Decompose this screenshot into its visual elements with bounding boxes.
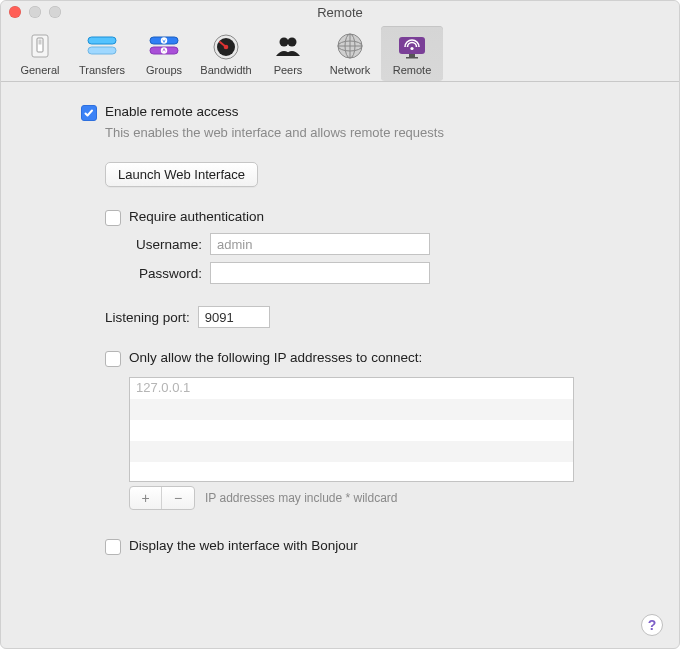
- password-field[interactable]: [210, 262, 430, 284]
- remove-ip-button[interactable]: −: [162, 487, 194, 509]
- launch-web-interface-button[interactable]: Launch Web Interface: [105, 162, 258, 187]
- ip-entry-empty: [130, 441, 573, 462]
- help-button[interactable]: ?: [641, 614, 663, 636]
- listening-port-label: Listening port:: [105, 310, 198, 325]
- preferences-toolbar: General Transfers Groups Bandwidth Peers: [1, 23, 679, 82]
- svg-point-13: [280, 38, 289, 47]
- tab-peers[interactable]: Peers: [257, 26, 319, 81]
- close-window-button[interactable]: [9, 6, 21, 18]
- svg-rect-22: [406, 57, 418, 59]
- svg-rect-3: [88, 37, 116, 44]
- ip-entry[interactable]: 127.0.0.1: [130, 378, 573, 399]
- ip-whitelist-list[interactable]: 127.0.0.1: [129, 377, 574, 482]
- enable-remote-checkbox[interactable]: [81, 105, 97, 121]
- enable-remote-label: Enable remote access: [105, 104, 239, 119]
- svg-rect-2: [39, 40, 42, 45]
- network-icon: [334, 30, 366, 62]
- remote-icon: [396, 30, 428, 62]
- zoom-window-button[interactable]: [49, 6, 61, 18]
- svg-rect-4: [88, 47, 116, 54]
- add-ip-button[interactable]: +: [130, 487, 162, 509]
- tab-label: Peers: [274, 64, 303, 76]
- tab-label: Transfers: [79, 64, 125, 76]
- username-label: Username:: [105, 237, 210, 252]
- ip-whitelist-checkbox[interactable]: [105, 351, 121, 367]
- general-icon: [24, 30, 56, 62]
- username-field[interactable]: [210, 233, 430, 255]
- help-icon: ?: [648, 617, 657, 633]
- bonjour-checkbox[interactable]: [105, 539, 121, 555]
- tab-label: General: [20, 64, 59, 76]
- preferences-window: Remote General Transfers Groups Bandwidt…: [0, 0, 680, 649]
- svg-point-14: [288, 38, 297, 47]
- window-controls: [9, 6, 61, 18]
- svg-rect-21: [409, 54, 415, 57]
- remote-pane: Enable remote access This enables the we…: [1, 82, 679, 648]
- ip-add-remove-control: + −: [129, 486, 195, 510]
- titlebar: Remote: [1, 1, 679, 23]
- tab-label: Groups: [146, 64, 182, 76]
- enable-remote-hint: This enables the web interface and allow…: [105, 125, 659, 140]
- password-label: Password:: [105, 266, 210, 281]
- tab-network[interactable]: Network: [319, 26, 381, 81]
- peers-icon: [272, 30, 304, 62]
- ip-entry-empty: [130, 462, 573, 482]
- bandwidth-icon: [210, 30, 242, 62]
- ip-entry-empty: [130, 399, 573, 420]
- tab-remote[interactable]: Remote: [381, 26, 443, 81]
- tab-groups[interactable]: Groups: [133, 26, 195, 81]
- ip-whitelist-label: Only allow the following IP addresses to…: [129, 350, 422, 365]
- tab-label: Bandwidth: [200, 64, 251, 76]
- bonjour-label: Display the web interface with Bonjour: [129, 538, 358, 553]
- tab-label: Remote: [393, 64, 432, 76]
- svg-point-23: [410, 47, 413, 50]
- tab-transfers[interactable]: Transfers: [71, 26, 133, 81]
- transfers-icon: [86, 30, 118, 62]
- tab-label: Network: [330, 64, 370, 76]
- groups-icon: [148, 30, 180, 62]
- listening-port-field[interactable]: [198, 306, 270, 328]
- tab-general[interactable]: General: [9, 26, 71, 81]
- require-auth-label: Require authentication: [129, 209, 264, 224]
- minimize-window-button[interactable]: [29, 6, 41, 18]
- require-auth-checkbox[interactable]: [105, 210, 121, 226]
- ip-wildcard-note: IP addresses may include * wildcard: [205, 491, 398, 505]
- window-title: Remote: [317, 5, 363, 20]
- tab-bandwidth[interactable]: Bandwidth: [195, 26, 257, 81]
- ip-entry-empty: [130, 420, 573, 441]
